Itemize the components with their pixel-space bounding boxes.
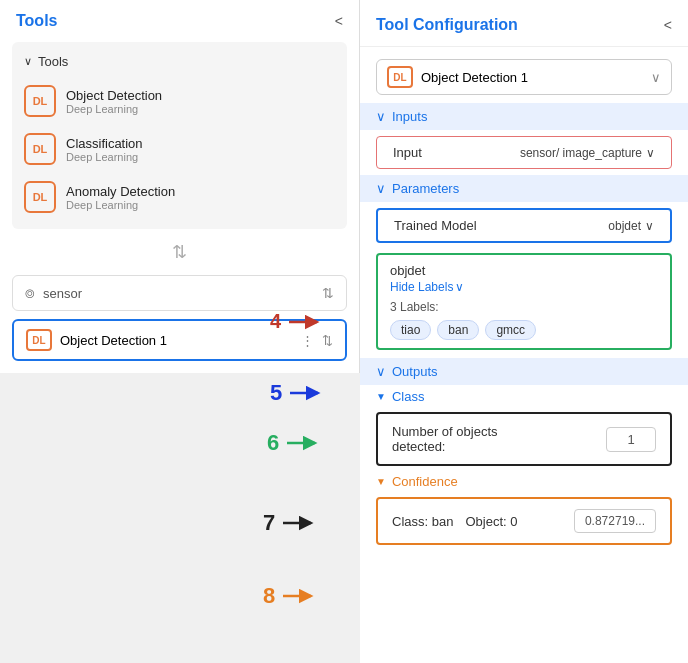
model-dropdown-icon: ∨ xyxy=(645,219,654,233)
arrow-6-icon xyxy=(283,432,319,454)
tool-name-dropdown[interactable]: DL Object Detection 1 ∨ xyxy=(376,59,672,95)
annotation-7-number: 7 xyxy=(263,510,275,536)
dl-badge-classification: DL xyxy=(24,133,56,165)
annotation-5-number: 5 xyxy=(270,380,282,406)
annotation-7: 7 xyxy=(263,510,315,536)
left-panel-header: Tools < xyxy=(0,12,359,42)
params-label: Parameters xyxy=(392,181,459,196)
input-dropdown-icon: ∨ xyxy=(646,146,655,160)
conf-value: 0.872719... xyxy=(574,509,656,533)
arrow-4-icon xyxy=(285,311,321,333)
arrow-7-icon xyxy=(279,512,315,534)
annotation-4: 4 xyxy=(270,310,321,333)
active-tool-name: Object Detection 1 xyxy=(60,333,167,348)
tool-configuration-title: Tool Configuration xyxy=(376,16,518,34)
hide-labels-button[interactable]: Hide Labels ∨ xyxy=(390,280,658,294)
tool-info-object-detection: Object Detection Deep Learning xyxy=(66,88,162,115)
annotation-8: 8 xyxy=(263,583,315,609)
list-item[interactable]: DL Object Detection Deep Learning xyxy=(12,77,347,125)
dl-badge-right: DL xyxy=(387,66,413,88)
sensor-sort-icon: ⇅ xyxy=(322,285,334,301)
dropdown-chevron-icon: ∨ xyxy=(651,70,661,85)
more-icon[interactable]: ⋮ xyxy=(301,333,314,348)
tools-section: ∨ Tools DL Object Detection Deep Learnin… xyxy=(12,42,347,229)
input-select[interactable]: sensor/ image_capture ∨ xyxy=(520,146,655,160)
collapse-left-icon[interactable]: < xyxy=(335,13,343,29)
collapse-right-icon[interactable]: < xyxy=(664,17,672,33)
list-item[interactable]: DL Anomaly Detection Deep Learning xyxy=(12,173,347,221)
divider: ⇅ xyxy=(0,241,359,263)
class-field-value: 1 xyxy=(606,427,656,452)
label-tags: tiao ban gmcc xyxy=(390,320,658,340)
tools-title: Tools xyxy=(16,12,57,30)
annotation-6-number: 6 xyxy=(267,430,279,456)
dl-badge-active: DL xyxy=(26,329,52,351)
annotation-8-number: 8 xyxy=(263,583,275,609)
label-tag-tiao: tiao xyxy=(390,320,431,340)
trained-model-label: Trained Model xyxy=(394,218,477,233)
right-panel: Tool Configuration < DL Object Detection… xyxy=(360,0,688,663)
dl-badge-anomaly: DL xyxy=(24,181,56,213)
inputs-label: Inputs xyxy=(392,109,427,124)
sensor-icon: ⌾ xyxy=(25,284,35,302)
triangle-class-icon: ▼ xyxy=(376,391,386,402)
tools-section-header[interactable]: ∨ Tools xyxy=(12,50,347,77)
selected-tool-name: Object Detection 1 xyxy=(421,70,528,85)
confidence-box: Class: ban Object: 0 0.872719... xyxy=(376,497,672,545)
conf-object-label: Object: 0 xyxy=(465,514,517,529)
tool-info-classification: Classification Deep Learning xyxy=(66,136,143,163)
params-section-bar: ∨ Parameters xyxy=(360,175,688,202)
right-panel-header: Tool Configuration < xyxy=(360,0,688,47)
model-name: objdet xyxy=(390,263,658,278)
input-config-row[interactable]: Input sensor/ image_capture ∨ xyxy=(376,136,672,169)
model-info-box: objdet Hide Labels ∨ 3 Labels: tiao ban … xyxy=(376,253,672,350)
active-sort-icon: ⇅ xyxy=(322,333,333,348)
sensor-row[interactable]: ⌾ sensor ⇅ xyxy=(12,275,347,311)
conf-class-label: Class: ban xyxy=(392,514,453,529)
labels-count: 3 Labels: xyxy=(390,300,658,314)
chevron-inputs-icon: ∨ xyxy=(376,109,386,124)
class-field-label: Number of objects detected: xyxy=(392,424,512,454)
outputs-section-bar: ∨ Outputs xyxy=(360,358,688,385)
trained-model-row[interactable]: Trained Model objdet ∨ xyxy=(376,208,672,243)
class-box: Number of objects detected: 1 xyxy=(376,412,672,466)
tool-info-anomaly: Anomaly Detection Deep Learning xyxy=(66,184,175,211)
confidence-label: Confidence xyxy=(392,474,458,489)
chevron-params-icon: ∨ xyxy=(376,181,386,196)
dl-badge-object-detection: DL xyxy=(24,85,56,117)
input-value: sensor/ image_capture xyxy=(520,146,642,160)
inputs-section-bar: ∨ Inputs xyxy=(360,103,688,130)
chevron-outputs-icon: ∨ xyxy=(376,364,386,379)
sensor-label: sensor xyxy=(43,286,82,301)
confidence-bar: ▼ Confidence xyxy=(360,470,688,493)
trained-model-select[interactable]: objdet ∨ xyxy=(608,219,654,233)
triangle-confidence-icon: ▼ xyxy=(376,476,386,487)
chevron-hide-icon: ∨ xyxy=(455,280,464,294)
trained-model-value: objdet xyxy=(608,219,641,233)
sort-icon: ⇅ xyxy=(172,241,187,263)
class-bar: ▼ Class xyxy=(360,385,688,408)
list-item[interactable]: DL Classification Deep Learning xyxy=(12,125,347,173)
chevron-down-icon: ∨ xyxy=(24,55,32,68)
class-label: Class xyxy=(392,389,425,404)
annotation-4-number: 4 xyxy=(270,310,281,333)
arrow-5-icon xyxy=(286,382,322,404)
arrow-8-icon xyxy=(279,585,315,607)
label-tag-ban: ban xyxy=(437,320,479,340)
label-tag-gmcc: gmcc xyxy=(485,320,536,340)
input-label: Input xyxy=(393,145,422,160)
annotation-6: 6 xyxy=(267,430,319,456)
outputs-label: Outputs xyxy=(392,364,438,379)
annotation-5: 5 xyxy=(270,380,322,406)
